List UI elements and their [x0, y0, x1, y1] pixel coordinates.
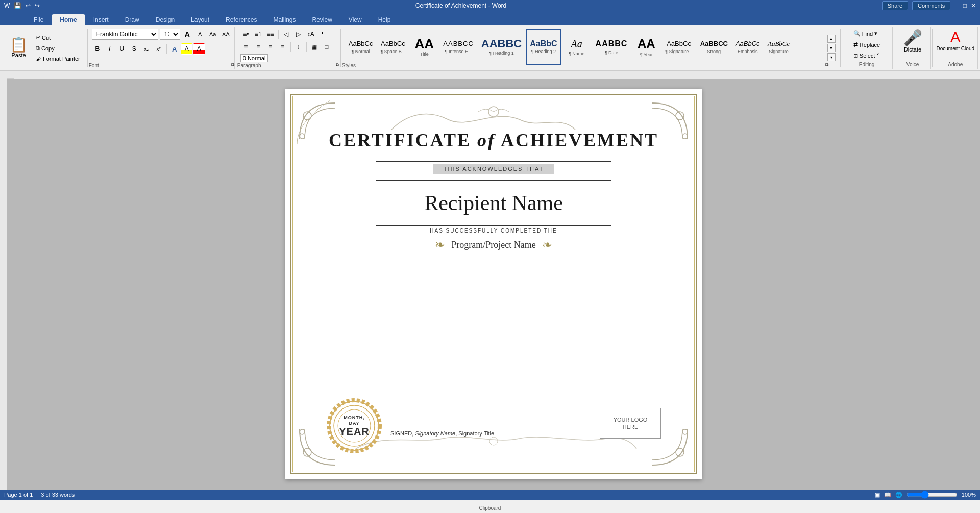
tab-view[interactable]: View [340, 14, 370, 25]
format-painter-button[interactable]: 🖌 Format Painter [33, 54, 83, 63]
style-date[interactable]: AABBC ¶ Date [592, 29, 631, 65]
font-color-button[interactable]: A [193, 43, 205, 55]
tab-mailings[interactable]: Mailings [265, 14, 304, 25]
shading-button[interactable]: ▦ [309, 41, 320, 53]
align-center-button[interactable]: ≡ [253, 41, 264, 53]
clipboard-group: 📋 Paste ✂ Cut ⧉ Copy 🖌 Format [2, 27, 86, 69]
replace-button[interactable]: ⇄ Replace [851, 40, 883, 49]
highlight-color-button[interactable]: A [181, 43, 192, 55]
font-dialog-launcher[interactable]: ⧉ [231, 62, 234, 68]
strikethrough-button[interactable]: S [129, 43, 140, 55]
style-emphasis[interactable]: AaBbCc Emphasis [732, 29, 764, 65]
border-button[interactable]: □ [321, 41, 332, 53]
show-marks-button[interactable]: ¶ [317, 29, 329, 40]
word-count: 3 of 33 words [41, 492, 75, 498]
font-group-label: Font [89, 62, 99, 68]
tab-design[interactable]: Design [148, 14, 183, 25]
app-icon: W [4, 2, 10, 9]
paragraph-dialog-launcher[interactable]: ⧉ [336, 62, 339, 68]
bullets-button[interactable]: ≡• [240, 29, 252, 40]
style-space-before[interactable]: AaBbCc ¶ Space B... [377, 29, 409, 65]
style-normal[interactable]: AaBbCc ¶ Normal [345, 29, 377, 65]
sort-button[interactable]: ↕A [305, 29, 316, 40]
text-effects-button[interactable]: A [169, 43, 180, 55]
bold-button[interactable]: B [92, 43, 103, 55]
find-button[interactable]: 🔍 Find ▾ [851, 29, 883, 38]
style-signature2[interactable]: AaBbCc Signature [764, 29, 794, 65]
tab-insert[interactable]: Insert [85, 14, 117, 25]
font-size-select[interactable]: 12 [160, 29, 180, 40]
tab-file[interactable]: File [26, 14, 52, 25]
signature-line [390, 408, 592, 428]
tab-layout[interactable]: Layout [183, 14, 217, 25]
tab-draw[interactable]: Draw [117, 14, 148, 25]
align-right-button[interactable]: ≡ [265, 41, 276, 53]
signed-label: SIGNED, Signatory Name, Signatory Title [390, 430, 592, 437]
maximize-button[interactable]: □ [963, 2, 967, 9]
clear-format-button[interactable]: ✕A [220, 29, 231, 40]
change-case-button[interactable]: Aa [207, 29, 218, 40]
view-print-layout[interactable]: ▣ [875, 492, 880, 498]
view-web-layout[interactable]: 🌐 [895, 492, 902, 498]
style-heading1[interactable]: AABBC ¶ Heading 1 [478, 29, 525, 65]
italic-button[interactable]: I [104, 43, 115, 55]
superscript-button[interactable]: x² [153, 43, 164, 55]
document-page: CERTIFICATE of ACHIEVEMENT THIS ACKNOWLE… [285, 89, 702, 479]
justify-button[interactable]: ≡ [277, 41, 288, 53]
increase-indent-button[interactable]: ▷ [293, 29, 304, 40]
style-year[interactable]: AA ¶ Year [631, 29, 661, 65]
style-date-label: ¶ Date [605, 50, 618, 55]
cut-button[interactable]: ✂ Cut [33, 33, 83, 42]
close-button[interactable]: ✕ [971, 2, 976, 9]
styles-group-label: Styles [342, 62, 356, 68]
document-area[interactable]: CERTIFICATE of ACHIEVEMENT THIS ACKNOWLE… [7, 79, 980, 490]
svg-rect-0 [14, 71, 980, 79]
horizontal-ruler [7, 71, 980, 79]
align-left-button[interactable]: ≡ [240, 41, 252, 53]
cert-seal-date[interactable]: MONTH, DAY YEAR [339, 415, 370, 438]
cert-program[interactable]: Program/Project Name [451, 240, 535, 250]
style-name[interactable]: Aa ¶ Name [562, 29, 592, 65]
paste-button[interactable]: 📋 Paste [5, 35, 32, 61]
tab-references[interactable]: References [217, 14, 265, 25]
styles-expand[interactable]: ▾ [827, 53, 836, 61]
quick-access-undo[interactable]: ↩ [26, 2, 31, 9]
styles-group: AaBbCc ¶ Normal AaBbCc ¶ Space B... AA T… [342, 27, 839, 69]
decrease-indent-button[interactable]: ◁ [281, 29, 292, 40]
font-family-select[interactable]: Franklin Gothic [92, 29, 158, 40]
tab-help[interactable]: Help [370, 14, 399, 25]
cert-seal: MONTH, DAY YEAR [326, 398, 382, 454]
cert-bottom: MONTH, DAY YEAR SIGNED, Signatory Name, [326, 398, 661, 454]
view-read-mode[interactable]: 📖 [884, 492, 891, 498]
decrease-font-size-button[interactable]: A [194, 29, 206, 40]
underline-button[interactable]: U [116, 43, 128, 55]
minimize-button[interactable]: ─ [954, 2, 959, 9]
cert-title[interactable]: CERTIFICATE of ACHIEVEMENT [329, 130, 658, 151]
tab-review[interactable]: Review [304, 14, 340, 25]
increase-font-size-button[interactable]: A [182, 29, 193, 40]
adobe-icon: A [950, 29, 961, 46]
zoom-slider[interactable] [906, 491, 958, 499]
quick-access-redo[interactable]: ↪ [35, 2, 40, 9]
quick-access-save[interactable]: 💾 [14, 2, 21, 9]
styles-scroll-up[interactable]: ▲ [827, 35, 836, 43]
left-ruler [0, 71, 7, 490]
style-signature[interactable]: AaBbCc ¶ Signature... [662, 29, 696, 65]
styles-dialog-launcher[interactable]: ⧉ [825, 62, 828, 68]
style-heading2[interactable]: AaBbC ¶ Heading 2 [526, 29, 561, 65]
cert-recipient[interactable]: Recipient Name [424, 191, 563, 215]
cert-acknowledges[interactable]: THIS ACKNOWLEDGES THAT [433, 164, 554, 174]
style-strong[interactable]: AaBBCC Strong [697, 29, 731, 65]
multilevel-list-button[interactable]: ≡≡ [265, 29, 276, 40]
style-intense-emphasis[interactable]: AABBCC ¶ Intense E... [439, 29, 477, 65]
styles-scroll-down[interactable]: ▼ [827, 44, 836, 52]
copy-button[interactable]: ⧉ Copy [33, 43, 83, 53]
cert-logo[interactable]: YOUR LOGO HERE [600, 408, 661, 439]
subscript-button[interactable]: x₂ [141, 43, 152, 55]
style-title[interactable]: AA Title [409, 29, 439, 65]
share-button[interactable]: Share [882, 1, 908, 10]
line-spacing-button[interactable]: ↕ [293, 41, 304, 53]
numbering-button[interactable]: ≡1 [253, 29, 264, 40]
comments-button[interactable]: Comments [912, 1, 950, 10]
tab-home[interactable]: Home [52, 14, 85, 25]
